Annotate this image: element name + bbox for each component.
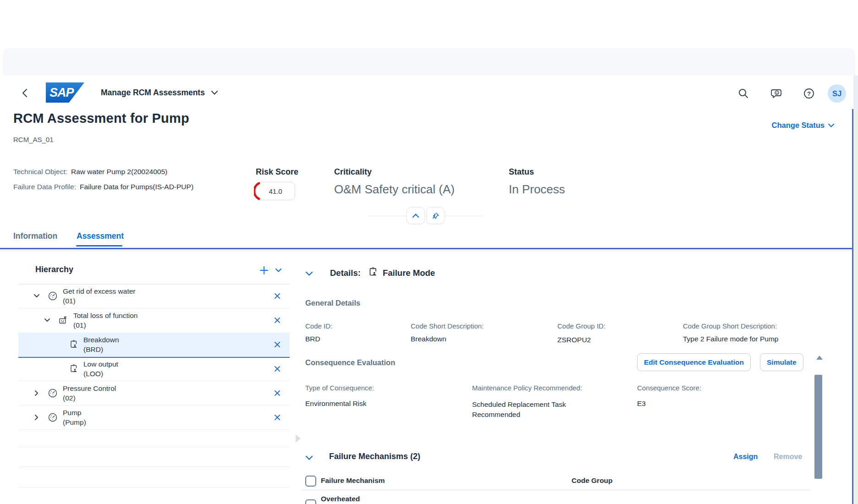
- risk-score-badge: 41.0: [256, 182, 295, 200]
- collapsed-chevron-icon[interactable]: [33, 389, 40, 397]
- failure-mode-icon: [368, 267, 379, 278]
- pin-header-button[interactable]: [426, 207, 445, 224]
- field-value: E3: [637, 400, 646, 408]
- field-label: Code ID:: [305, 322, 332, 330]
- app-title-menu[interactable]: Manage RCM Assessments: [101, 88, 218, 98]
- delete-icon[interactable]: [273, 292, 281, 300]
- avatar[interactable]: SJ: [828, 84, 846, 103]
- malfunction-icon: [58, 315, 68, 325]
- add-icon: [259, 266, 269, 275]
- assign-button[interactable]: Assign: [733, 453, 758, 461]
- app-window: SAP Manage RCM Assessments ? SJ RCM Asse…: [0, 0, 858, 504]
- add-node-button[interactable]: [258, 264, 270, 276]
- page-scrollbar[interactable]: [852, 109, 853, 504]
- collapse-header-button[interactable]: [407, 207, 425, 224]
- risk-arc-icon: [254, 182, 260, 200]
- status-value: In Process: [509, 182, 565, 197]
- tree-item-title: Total loss of function: [73, 311, 138, 320]
- general-details-title: General Details: [305, 299, 360, 307]
- risk-score-label: Risk Score: [256, 167, 298, 177]
- column-code-group: Code Group: [572, 477, 613, 485]
- tree-item-code: (02): [63, 393, 116, 403]
- field-value: Scheduled Replacement Task Recommended: [472, 400, 582, 420]
- details-header-object: Failure Mode: [383, 268, 435, 278]
- back-icon[interactable]: [18, 87, 31, 99]
- tab-underline: [76, 245, 122, 247]
- feedback-icon[interactable]: [770, 87, 783, 100]
- scroll-up-icon[interactable]: [816, 356, 823, 360]
- pin-icon: [432, 212, 439, 219]
- failure-mechanisms-title: Failure Mechanisms (2): [329, 452, 420, 461]
- window-title-bar: [3, 48, 855, 76]
- expand-chevron-icon[interactable]: [33, 292, 40, 300]
- delete-icon[interactable]: [273, 340, 281, 349]
- page-title: RCM Assessment for Pump: [13, 111, 189, 126]
- technical-object-value: Raw water Pump 2(20024005): [71, 168, 167, 175]
- tree-item-title: Pressure Control: [63, 383, 116, 393]
- select-all-checkbox[interactable]: [305, 476, 316, 487]
- risk-score-value: 41.0: [269, 187, 282, 195]
- mechanisms-collapse-icon[interactable]: [305, 454, 313, 462]
- field-label: Maintenance Policy Recommended:: [472, 384, 582, 392]
- failure-mode-icon: [69, 340, 79, 350]
- status-label: Status: [509, 167, 534, 177]
- gauge-icon: [48, 412, 58, 422]
- criticality-value: O&M Safety critical (A): [334, 182, 455, 197]
- field-label: Code Group ID:: [557, 322, 605, 330]
- technical-object-line: Technical Object:Raw water Pump 2(200240…: [13, 168, 167, 176]
- delete-icon[interactable]: [273, 389, 281, 397]
- field-value: Breakdown: [411, 335, 446, 343]
- tree-item-code: (LOO): [83, 369, 118, 378]
- simulate-button[interactable]: Simulate: [760, 353, 803, 371]
- collapsed-chevron-icon[interactable]: [33, 414, 40, 421]
- tree-item-code: (01): [73, 320, 138, 330]
- gauge-icon: [48, 388, 58, 398]
- app-title-chevron-icon: [211, 91, 218, 95]
- panel-splitter-handle[interactable]: [296, 434, 301, 443]
- tree-item-title: Low output: [83, 359, 118, 369]
- criticality-label: Criticality: [334, 167, 372, 177]
- field-value: Type 2 Failure mode for Pump: [683, 335, 779, 343]
- field-value: Environmental Risk: [305, 400, 367, 408]
- tab-information[interactable]: Information: [13, 231, 57, 241]
- details-scrollbar[interactable]: [814, 375, 822, 479]
- field-label: Type of Consequence:: [305, 384, 374, 392]
- delete-icon[interactable]: [273, 413, 281, 422]
- search-icon[interactable]: [737, 87, 750, 100]
- hierarchy-title: Hierarchy: [35, 265, 73, 274]
- tab-assessment[interactable]: Assessment: [77, 231, 124, 241]
- consequence-evaluation-title: Consequence Evaluation: [305, 358, 395, 367]
- chevron-down-icon: [275, 268, 281, 272]
- field-label: Code Short Description:: [411, 322, 484, 330]
- tree-row-low-output[interactable]: Low output (LOO): [18, 357, 290, 381]
- failure-profile-label: Failure Data Profile:: [13, 183, 76, 191]
- tree-item-code: (01): [63, 296, 136, 306]
- app-title: Manage RCM Assessments: [101, 88, 205, 98]
- field-value: BRD: [305, 335, 320, 343]
- help-icon[interactable]: ?: [803, 87, 815, 100]
- delete-icon[interactable]: [273, 316, 281, 324]
- failure-profile-value: Failure Data for Pumps(IS-AD-PUP): [80, 183, 193, 191]
- tree-row-breakdown[interactable]: Breakdown (BRD): [18, 333, 290, 358]
- remove-button[interactable]: Remove: [774, 453, 802, 461]
- failure-profile-line: Failure Data Profile:Failure Data for Pu…: [13, 183, 193, 191]
- tree-row-pressure-control[interactable]: Pressure Control (02): [18, 381, 290, 405]
- tree-item-code: (Pump): [63, 417, 86, 427]
- assessment-id: RCM_AS_01: [13, 136, 54, 143]
- row-checkbox[interactable]: [305, 499, 316, 504]
- field-label: Code Group Short Description:: [683, 322, 777, 330]
- tree-row-total-loss-of-function[interactable]: Total loss of function (01): [18, 308, 290, 333]
- technical-object-label: Technical Object:: [13, 168, 67, 175]
- tree-item-title: Breakdown: [83, 335, 119, 345]
- sap-logo[interactable]: SAP: [46, 82, 84, 103]
- change-status-button[interactable]: Change Status: [771, 121, 834, 130]
- chevron-up-icon: [412, 214, 419, 218]
- delete-icon[interactable]: [273, 365, 281, 373]
- details-collapse-icon[interactable]: [305, 270, 313, 278]
- edit-consequence-evaluation-button[interactable]: Edit Consequence Evaluation: [637, 353, 751, 371]
- tree-item-code: (BRD): [83, 345, 119, 354]
- tree-row-get-rid-of-excess-water[interactable]: Get rid of excess water (01): [18, 284, 290, 308]
- expand-chevron-icon[interactable]: [44, 317, 51, 324]
- tree-row-pump[interactable]: Pump (Pump): [18, 405, 290, 430]
- hierarchy-menu-button[interactable]: [274, 267, 282, 274]
